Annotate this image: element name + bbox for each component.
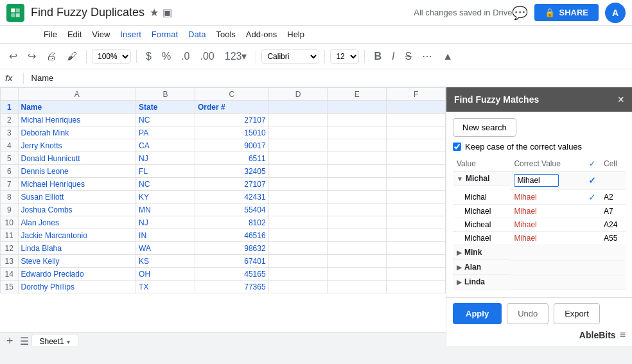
col-d-cell[interactable] bbox=[268, 242, 328, 255]
col-a-cell[interactable]: Name bbox=[18, 101, 136, 114]
group-row[interactable]: ▶ Mink bbox=[453, 245, 626, 261]
col-e-cell[interactable] bbox=[328, 114, 387, 126]
col-d-cell[interactable] bbox=[268, 178, 328, 191]
col-e-cell[interactable] bbox=[328, 165, 387, 178]
col-c-cell[interactable]: 8102 bbox=[195, 216, 268, 229]
paint-format-button[interactable]: 🖌 bbox=[63, 48, 81, 65]
col-a-cell[interactable]: Jackie Marcantonio bbox=[18, 229, 136, 242]
col-b-cell[interactable]: WA bbox=[136, 242, 195, 255]
col-e-cell[interactable] bbox=[328, 268, 387, 281]
sidebar-close-button[interactable]: × bbox=[617, 94, 624, 105]
col-e-cell[interactable] bbox=[328, 204, 387, 216]
col-a-cell[interactable]: Jerry Knotts bbox=[18, 139, 136, 152]
group-checkmark[interactable]: ✓ bbox=[588, 175, 596, 186]
table-row[interactable]: 8Susan ElliottKY42431 bbox=[1, 191, 446, 204]
table-row[interactable]: 9Joshua CombsMN55404 bbox=[1, 204, 446, 216]
undo-button[interactable]: Undo bbox=[507, 303, 549, 324]
col-c-cell[interactable]: 27107 bbox=[195, 178, 268, 191]
col-f-cell[interactable] bbox=[387, 101, 446, 114]
table-row[interactable]: 3Deborah MinkPA15010 bbox=[1, 126, 446, 139]
col-d-cell[interactable] bbox=[268, 114, 328, 126]
col-d-cell[interactable] bbox=[268, 281, 328, 293]
menu-data[interactable]: Data bbox=[183, 26, 211, 44]
table-row[interactable]: 2Michal HenriquesNC27107 bbox=[1, 114, 446, 126]
italic-button[interactable]: I bbox=[388, 48, 398, 65]
col-d-cell[interactable] bbox=[268, 191, 328, 204]
col-b-cell[interactable]: IN bbox=[136, 229, 195, 242]
menu-edit[interactable]: Edit bbox=[62, 26, 87, 44]
table-row[interactable]: 11Jackie MarcantonioIN46516 bbox=[1, 229, 446, 242]
col-d-cell[interactable] bbox=[268, 165, 328, 178]
col-a-cell[interactable]: Donald Hunnicutt bbox=[18, 152, 136, 165]
group-row[interactable]: ▶ Alan bbox=[453, 260, 626, 275]
col-b-cell[interactable]: State bbox=[136, 101, 195, 114]
col-b-cell[interactable]: KY bbox=[136, 191, 195, 204]
menu-view[interactable]: View bbox=[87, 26, 115, 44]
share-button[interactable]: 🔒 SHARE bbox=[534, 4, 599, 21]
new-search-button[interactable]: New search bbox=[453, 118, 516, 137]
menu-help[interactable]: Help bbox=[282, 26, 310, 44]
apply-button[interactable]: Apply bbox=[453, 303, 502, 324]
percent-button[interactable]: % bbox=[158, 48, 175, 65]
col-a-cell[interactable]: Deborah Mink bbox=[18, 126, 136, 139]
col-d-cell[interactable] bbox=[268, 152, 328, 165]
col-e-cell[interactable] bbox=[328, 242, 387, 255]
col-c-cell[interactable]: 6511 bbox=[195, 152, 268, 165]
col-c-cell[interactable]: 32405 bbox=[195, 165, 268, 178]
correct-value-input[interactable] bbox=[514, 174, 559, 187]
collapse-toolbar-button[interactable]: ▲ bbox=[439, 48, 457, 65]
zoom-select[interactable]: 100% bbox=[92, 49, 131, 64]
col-f-cell[interactable] bbox=[387, 255, 446, 268]
col-a-cell[interactable]: Alan Jones bbox=[18, 216, 136, 229]
col-f-cell[interactable] bbox=[387, 242, 446, 255]
col-d-cell[interactable] bbox=[268, 255, 328, 268]
match-check-cell[interactable] bbox=[584, 205, 600, 218]
table-row[interactable]: 6Dennis LeoneFL32405 bbox=[1, 165, 446, 178]
print-button[interactable]: 🖨 bbox=[42, 48, 60, 65]
ablebits-menu-button[interactable]: ≡ bbox=[620, 329, 626, 341]
group-expand-arrow[interactable]: ▶ bbox=[457, 279, 462, 286]
table-row[interactable]: 7Michael HenriquesNC27107 bbox=[1, 178, 446, 191]
col-e-cell[interactable] bbox=[328, 139, 387, 152]
col-a-cell[interactable]: Joshua Combs bbox=[18, 204, 136, 216]
group-expand-arrow[interactable]: ▶ bbox=[457, 264, 462, 271]
col-b-cell[interactable]: PA bbox=[136, 126, 195, 139]
undo-toolbar-button[interactable]: ↩ bbox=[5, 48, 21, 65]
table-row[interactable]: 12Linda BlahaWA98632 bbox=[1, 242, 446, 255]
col-e-cell[interactable] bbox=[328, 191, 387, 204]
col-c-cell[interactable]: Order # bbox=[195, 101, 268, 114]
group-row[interactable]: ▼ Michal✓ bbox=[453, 171, 626, 190]
col-c-cell[interactable]: 46516 bbox=[195, 229, 268, 242]
col-b-cell[interactable]: KS bbox=[136, 255, 195, 268]
format-num-button[interactable]: 123▾ bbox=[221, 48, 251, 65]
col-b-cell[interactable]: NC bbox=[136, 114, 195, 126]
table-row[interactable]: 15Dorothy PhillipsTX77365 bbox=[1, 281, 446, 293]
col-a-cell[interactable]: Susan Elliott bbox=[18, 191, 136, 204]
col-e-header[interactable]: E bbox=[328, 88, 387, 101]
menu-file[interactable]: File bbox=[39, 26, 62, 44]
menu-tools[interactable]: Tools bbox=[211, 26, 240, 44]
col-a-cell[interactable]: Michal Henriques bbox=[18, 114, 136, 126]
col-a-cell[interactable]: Dennis Leone bbox=[18, 165, 136, 178]
table-row[interactable]: 5Donald HunnicuttNJ6511 bbox=[1, 152, 446, 165]
group-row[interactable]: ▶ Linda bbox=[453, 275, 626, 290]
col-d-cell[interactable] bbox=[268, 229, 328, 242]
table-row[interactable]: 13Steve KellyKS67401 bbox=[1, 255, 446, 268]
col-b-cell[interactable]: CA bbox=[136, 139, 195, 152]
col-d-cell[interactable] bbox=[268, 139, 328, 152]
col-c-cell[interactable]: 77365 bbox=[195, 281, 268, 293]
match-row[interactable]: MichalMihael✓A2 bbox=[453, 190, 626, 205]
col-e-cell[interactable] bbox=[328, 152, 387, 165]
col-c-cell[interactable]: 45165 bbox=[195, 268, 268, 281]
col-d-cell[interactable] bbox=[268, 216, 328, 229]
avatar[interactable]: A bbox=[605, 3, 626, 23]
more-formats-button[interactable]: ⋯ bbox=[418, 48, 436, 65]
col-b-cell[interactable]: NJ bbox=[136, 152, 195, 165]
col-f-cell[interactable] bbox=[387, 204, 446, 216]
col-e-cell[interactable] bbox=[328, 216, 387, 229]
col-b-cell[interactable]: NJ bbox=[136, 216, 195, 229]
menu-insert[interactable]: Insert bbox=[115, 26, 146, 44]
col-c-cell[interactable]: 15010 bbox=[195, 126, 268, 139]
col-a-cell[interactable]: Linda Blaha bbox=[18, 242, 136, 255]
col-f-cell[interactable] bbox=[387, 165, 446, 178]
